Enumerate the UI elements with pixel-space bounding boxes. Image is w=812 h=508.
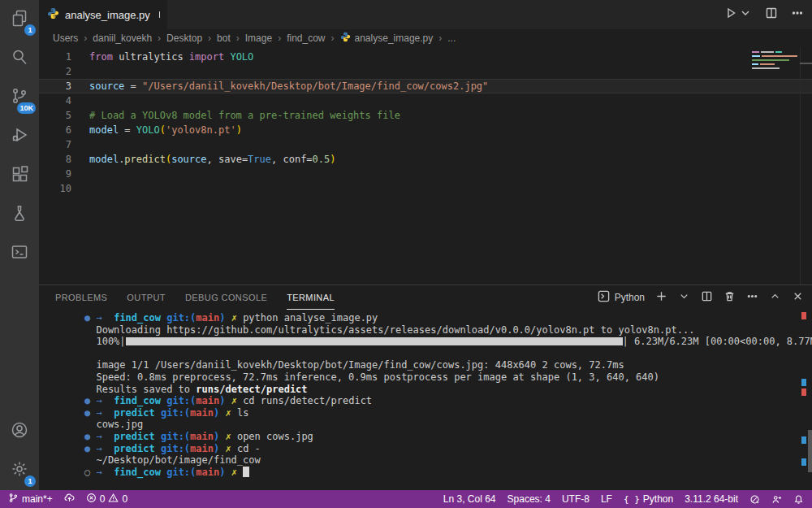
git-branch-icon (8, 493, 19, 506)
breadcrumb-file[interactable]: analyse_image.py (340, 32, 434, 45)
python-interpreter-status[interactable]: 3.11.2 64-bit (685, 490, 738, 508)
play-icon (724, 7, 737, 23)
code-line-1[interactable]: 1from ultralytics import YOLO (39, 50, 812, 64)
editor-scrollbar[interactable] (800, 47, 812, 284)
code-line-3[interactable]: 3source = "/Users/daniil_kovekh/Desktop/… (39, 79, 812, 93)
chevron-down-icon[interactable] (739, 7, 752, 23)
tab-analyse-image[interactable]: analyse_image.py (39, 0, 167, 29)
sync-status[interactable] (64, 490, 75, 508)
run-python-file-button[interactable] (724, 7, 752, 23)
testing-button[interactable] (0, 195, 39, 234)
cursor-position-status[interactable]: Ln 3, Col 64 (443, 490, 496, 508)
kill-terminal-button[interactable] (723, 290, 736, 306)
problems-status[interactable]: 0 0 (86, 490, 127, 508)
flask-icon (10, 203, 29, 226)
activity-bar-spacer (0, 273, 39, 412)
breadcrumb-image[interactable]: Image (245, 33, 272, 44)
line-content: from ultralytics import YOLO (71, 50, 253, 64)
terminal-scrollbar-thumb[interactable] (808, 430, 812, 472)
scrollbar-cursor-mark (800, 63, 812, 64)
tab-debug-console[interactable]: DEBUG CONSOLE (185, 285, 267, 310)
tab-label: analyse_image.py (65, 9, 150, 21)
feedback-icon[interactable] (771, 490, 782, 508)
code-line-5[interactable]: 5# Load a YOLOv8 model from a pre-traine… (39, 108, 812, 123)
tab-problems[interactable]: PROBLEMS (55, 285, 107, 310)
encoding-status[interactable]: UTF-8 (562, 490, 590, 508)
code-line-6[interactable]: 6model = YOLO('yolov8n.pt') (39, 123, 812, 137)
shell-selector[interactable]: Python (598, 290, 645, 306)
split-terminal-button[interactable] (701, 290, 713, 306)
search-button[interactable] (0, 39, 39, 78)
editor-actions (724, 0, 804, 29)
formatter-disabled-icon[interactable] (749, 490, 760, 508)
code-line-9[interactable]: 9 (39, 167, 812, 181)
tab-output[interactable]: OUTPUT (127, 285, 166, 310)
more-actions-button[interactable] (791, 7, 804, 23)
launch-profile-chevron-icon[interactable] (678, 290, 690, 306)
indent-status[interactable]: Spaces: 4 (508, 490, 551, 508)
language-status[interactable]: { } Python (624, 490, 673, 508)
download-progress-bar (126, 337, 623, 345)
warning-count: 0 (122, 493, 127, 505)
code-line-10[interactable]: 10 (39, 181, 812, 196)
breadcrumb-daniil-kovekh[interactable]: daniil_kovekh (93, 33, 152, 44)
code-line-2[interactable]: 2 (39, 64, 812, 79)
account-icon (10, 420, 29, 443)
chevron-right-icon: › (236, 33, 240, 44)
breadcrumb-users[interactable]: Users (53, 33, 78, 44)
settings-button[interactable]: 1 (0, 451, 39, 490)
main-area: analyse_image.py Users› daniil_kovekh› D… (39, 0, 812, 490)
terminal-mark-error (801, 389, 806, 396)
remote-terminal-button[interactable] (0, 234, 39, 273)
search-icon (10, 47, 29, 70)
minimap[interactable] (752, 50, 799, 82)
breadcrumb-find-cow[interactable]: find_cow (287, 33, 325, 44)
line-content (71, 137, 89, 152)
line-number: 3 (39, 79, 71, 93)
error-count: 0 (100, 493, 106, 505)
source-control-button[interactable]: 10K (0, 78, 39, 117)
terminal-mark-command (801, 458, 806, 466)
terminal-line: ● → find_cow git:(main) ✗ cd runs/detect… (84, 395, 812, 407)
run-debug-button[interactable] (0, 117, 39, 156)
panel-more-actions-button[interactable] (746, 290, 758, 306)
warning-icon (108, 493, 119, 506)
chevron-right-icon: › (158, 33, 161, 44)
new-terminal-button[interactable] (655, 290, 667, 306)
terminal-line (84, 348, 812, 360)
line-number: 10 (39, 181, 71, 196)
language-mode-icon: { } (624, 494, 640, 505)
breadcrumb-bot[interactable]: bot (217, 33, 231, 44)
line-number: 6 (39, 123, 71, 137)
extensions-button[interactable] (0, 156, 39, 195)
maximize-panel-button[interactable] (769, 290, 781, 306)
close-panel-button[interactable] (792, 290, 804, 306)
debug-icon (10, 125, 29, 148)
tab-terminal[interactable]: TERMINAL (287, 285, 335, 310)
code-line-7[interactable]: 7 (39, 137, 812, 152)
terminal-content[interactable]: ● → find_cow git:(main) ✗ python analyse… (39, 310, 812, 490)
explorer-button[interactable]: 1 (0, 0, 39, 39)
chevron-right-icon: › (438, 33, 442, 44)
shell-label: Python (615, 292, 645, 303)
split-editor-button[interactable] (765, 7, 778, 23)
code-editor[interactable]: 1from ultralytics import YOLO23source = … (39, 47, 812, 284)
branch-status[interactable]: main*+ (8, 490, 53, 508)
chevron-right-icon: › (278, 33, 281, 44)
settings-badge: 1 (24, 475, 36, 487)
line-content (71, 167, 89, 181)
code-line-4[interactable]: 4 (39, 93, 812, 108)
eol-status[interactable]: LF (601, 490, 612, 508)
code-line-8[interactable]: 8model.predict(source, save=True, conf=0… (39, 152, 812, 167)
line-content (71, 64, 89, 79)
terminal-mark-command (801, 379, 806, 386)
terminal-line: ● → predict git:(main) ✗ open cows.jpg (84, 431, 812, 443)
terminal-line: Results saved to runs/detect/predict (84, 384, 812, 396)
breadcrumb-desktop[interactable]: Desktop (166, 33, 202, 44)
breadcrumb-file-label: analyse_image.py (355, 33, 434, 44)
accounts-button[interactable] (0, 412, 39, 451)
notifications-bell-icon[interactable] (793, 490, 804, 508)
chevron-right-icon: › (84, 33, 87, 44)
vscode-window: 1 10K 1 (0, 0, 812, 508)
breadcrumb-symbol-picker[interactable]: ... (447, 33, 456, 44)
